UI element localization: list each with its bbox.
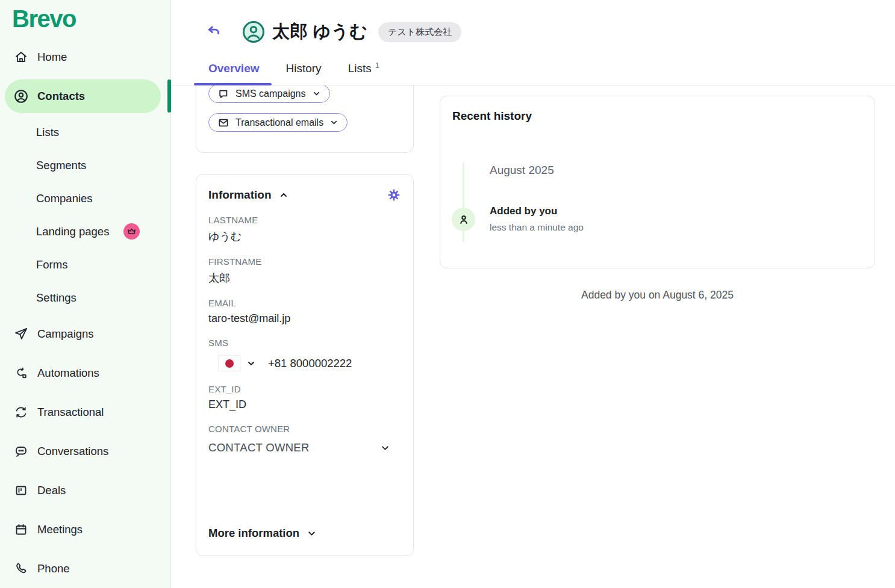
automation-icon [13, 365, 29, 381]
field-lastname: LASTNAME ゆうむ [208, 215, 401, 244]
chevron-down-icon [307, 528, 317, 539]
engagement-card: SMS campaigns Transactional emails [196, 85, 414, 153]
sidebar-item-deals[interactable]: Deals [0, 471, 170, 510]
sidebar-item-forms[interactable]: Forms [0, 248, 170, 281]
sidebar-item-label: Landing pages [36, 225, 109, 238]
field-contact-owner: CONTACT OWNER CONTACT OWNER [208, 424, 401, 454]
sidebar-nav: Home Contacts Lists Segments Companies [0, 37, 170, 588]
calendar-icon [13, 522, 29, 537]
contacts-icon [13, 88, 29, 104]
brevo-logo-text: Brevo [12, 5, 76, 32]
sidebar-item-campaigns[interactable]: Campaigns [0, 314, 170, 353]
field-value: ゆうむ [208, 229, 401, 244]
sidebar: Brevo Home Contacts Lists [0, 0, 171, 588]
field-label: CONTACT OWNER [208, 424, 401, 434]
sidebar-item-phone[interactable]: Phone [0, 549, 170, 588]
sidebar-item-label: Deals [37, 484, 66, 497]
sidebar-item-companies[interactable]: Companies [0, 182, 170, 215]
field-value: 太郎 [208, 271, 401, 285]
sidebar-item-label: Segments [36, 159, 86, 172]
sidebar-item-label: Conversations [37, 445, 108, 458]
tab-lists-label: Lists [348, 62, 372, 75]
tab-history[interactable]: History [286, 62, 322, 85]
main-content: 太郎 ゆうむ テスト株式会社 Overview History Lists1 S… [171, 0, 895, 588]
sidebar-item-transactional[interactable]: Transactional [0, 392, 170, 432]
gear-icon[interactable] [387, 188, 401, 202]
tab-lists-count: 1 [375, 61, 379, 70]
sidebar-item-settings[interactable]: Settings [0, 281, 170, 314]
sidebar-item-contacts[interactable]: Contacts [0, 76, 170, 116]
more-information-label: More information [208, 527, 299, 540]
field-ext-id: EXT_ID EXT_ID [208, 384, 401, 411]
sidebar-item-label: Home [37, 51, 67, 64]
chevron-down-icon[interactable] [246, 359, 256, 368]
sidebar-item-label: Settings [36, 291, 76, 305]
transactional-icon [13, 404, 29, 420]
sidebar-item-label: Lists [36, 126, 59, 139]
sidebar-item-label: Transactional [37, 406, 104, 419]
field-value: taro-test@mail.jp [208, 312, 401, 325]
sidebar-item-label: Campaigns [37, 327, 94, 341]
envelope-icon [217, 117, 229, 129]
sms-campaigns-button[interactable]: SMS campaigns [208, 85, 330, 103]
timeline-user-icon [452, 208, 475, 231]
sidebar-item-label: Phone [37, 562, 70, 575]
sms-bubble-icon [217, 88, 229, 100]
back-button[interactable] [205, 23, 223, 41]
app: Brevo Home Contacts Lists [0, 0, 895, 588]
contact-owner-value: CONTACT OWNER [208, 441, 310, 454]
sidebar-item-automations[interactable]: Automations [0, 353, 170, 392]
brevo-logo[interactable]: Brevo [0, 0, 170, 37]
sidebar-item-landing-pages[interactable]: Landing pages [0, 215, 170, 248]
more-information-toggle[interactable]: More information [208, 527, 401, 540]
information-title: Information [208, 188, 272, 202]
content-area: SMS campaigns Transactional emails [171, 85, 895, 588]
chevron-down-icon [329, 118, 338, 127]
contact-owner-select[interactable]: CONTACT OWNER [208, 441, 390, 454]
company-badge: テスト株式会社 [378, 22, 461, 42]
sidebar-item-label: Meetings [37, 523, 83, 536]
field-label: LASTNAME [208, 215, 401, 225]
premium-crown-icon [123, 223, 140, 240]
transactional-emails-button[interactable]: Transactional emails [208, 113, 348, 132]
contact-avatar-icon [242, 20, 265, 43]
send-icon [13, 326, 29, 342]
field-value: EXT_ID [208, 398, 401, 411]
tab-bar: Overview History Lists1 [171, 59, 895, 85]
tab-lists[interactable]: Lists1 [348, 61, 379, 85]
transactional-emails-label: Transactional emails [235, 117, 323, 128]
history-event-time: less than a minute ago [490, 222, 584, 233]
home-icon [13, 49, 29, 65]
field-email: EMAIL taro-test@mail.jp [208, 298, 401, 325]
sidebar-item-home[interactable]: Home [0, 37, 170, 76]
tab-overview[interactable]: Overview [208, 62, 260, 85]
phone-icon [13, 561, 29, 577]
chevron-down-icon [312, 89, 321, 98]
japan-flag-icon[interactable] [218, 355, 240, 371]
contacts-active-pill: Contacts [5, 79, 161, 113]
sidebar-item-conversations[interactable]: Conversations [0, 432, 170, 471]
chat-bubble-icon [13, 444, 29, 459]
recent-history-title: Recent history [452, 110, 862, 123]
sidebar-item-meetings[interactable]: Meetings [0, 510, 170, 549]
sidebar-item-label: Companies [36, 192, 93, 205]
added-by-footer: Added by you on August 6, 2025 [440, 289, 875, 302]
field-label: EXT_ID [208, 384, 401, 394]
deals-icon [13, 483, 29, 498]
contact-header: 太郎 ゆうむ テスト株式会社 [205, 18, 895, 46]
chevron-down-icon [380, 443, 390, 453]
recent-history-card: Recent history August 2025 Added by you … [440, 96, 875, 268]
field-label: FIRSTNAME [208, 256, 401, 267]
contact-name: 太郎 ゆうむ [272, 20, 367, 44]
field-label: SMS [208, 338, 401, 348]
sidebar-item-label: Forms [36, 258, 67, 271]
field-label: EMAIL [208, 298, 401, 308]
sidebar-item-label: Contacts [37, 90, 85, 103]
sidebar-item-lists[interactable]: Lists [0, 116, 170, 149]
history-event-title: Added by you [490, 205, 557, 217]
information-card: Information LASTNAME ゆうむ FIRSTNAME 太郎 [196, 174, 414, 556]
sidebar-item-segments[interactable]: Segments [0, 149, 170, 182]
sms-campaigns-label: SMS campaigns [235, 88, 306, 99]
chevron-up-icon[interactable] [279, 190, 288, 200]
sms-number: +81 8000002222 [268, 357, 352, 370]
